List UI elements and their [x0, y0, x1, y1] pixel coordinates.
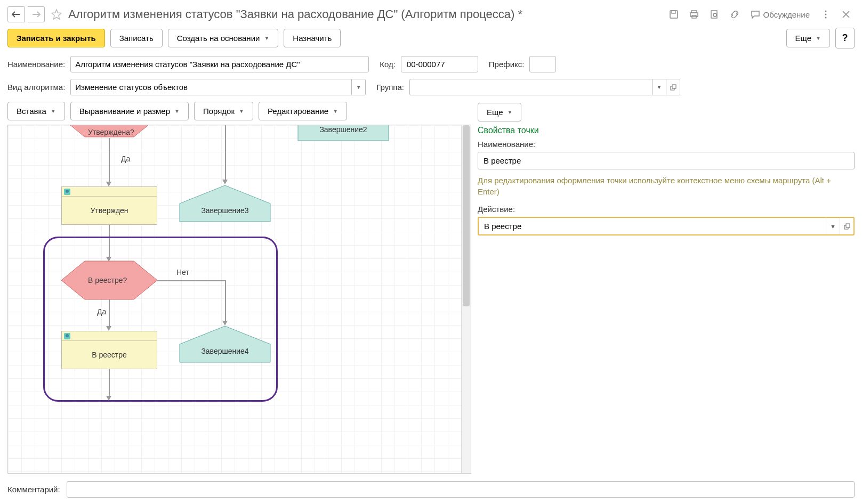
chevron-down-icon: ▼ — [333, 108, 338, 114]
insert-button[interactable]: Вставка▼ — [7, 102, 65, 120]
end3-label: Завершение3 — [179, 206, 271, 215]
more-label: Еще — [795, 34, 812, 43]
end2-label: Завершение2 — [297, 125, 389, 134]
chevron-down-icon: ▼ — [174, 108, 180, 114]
save-file-icon[interactable] — [667, 8, 680, 21]
props-action-input[interactable] — [479, 218, 826, 234]
chevron-down-icon: ▼ — [507, 109, 513, 115]
svg-marker-14 — [180, 185, 270, 222]
svg-rect-11 — [672, 85, 676, 88]
end-node-3[interactable]: Завершение3 — [179, 185, 271, 222]
edit-button[interactable]: Редактирование▼ — [259, 102, 347, 120]
props-hint: Для редактирования оформления точки испо… — [478, 175, 855, 197]
algo-dropdown-button[interactable]: ▼ — [351, 79, 365, 95]
right-more-button[interactable]: Еще▼ — [478, 103, 521, 121]
group-open-button[interactable] — [666, 79, 680, 95]
action-dropdown-button[interactable]: ▼ — [826, 218, 840, 234]
svg-rect-3 — [690, 13, 698, 17]
favorite-icon[interactable] — [50, 8, 63, 21]
link-icon[interactable] — [728, 8, 741, 21]
insert-label: Вставка — [17, 107, 46, 116]
arrow-right-icon — [32, 11, 41, 18]
align-button[interactable]: Выравнивание и размер▼ — [70, 102, 189, 120]
print-icon[interactable] — [688, 8, 700, 21]
user-icon — [64, 189, 70, 195]
props-action-label: Действие: — [478, 205, 855, 214]
nav-forward-button[interactable] — [28, 6, 45, 22]
flow-label-no: Нет — [176, 268, 189, 277]
end4-label: Завершение4 — [179, 347, 271, 355]
name-input[interactable] — [70, 56, 369, 72]
algo-select[interactable]: ▼ — [70, 79, 366, 95]
close-icon[interactable] — [840, 8, 852, 21]
prefix-label: Префикс: — [489, 60, 525, 69]
save-close-button[interactable]: Записать и закрыть — [7, 29, 105, 47]
create-based-label: Создать на основании — [177, 34, 260, 43]
decision-approved: Утверждена? — [88, 128, 134, 136]
chevron-down-icon: ▼ — [51, 108, 56, 114]
props-name-input[interactable] — [478, 152, 855, 169]
chevron-down-icon: ▼ — [264, 35, 269, 41]
chat-icon — [751, 10, 760, 19]
page-title: Алгоритм изменения статусов "Заявки на р… — [68, 7, 662, 21]
svg-point-6 — [713, 13, 716, 17]
comment-input[interactable] — [67, 481, 855, 498]
discuss-label: Обсуждение — [763, 10, 810, 19]
create-based-button[interactable]: Создать на основании▼ — [168, 29, 279, 47]
more-button[interactable]: Еще▼ — [786, 29, 830, 47]
algo-input[interactable] — [71, 79, 351, 95]
chevron-down-icon: ▼ — [239, 108, 244, 114]
prefix-input[interactable] — [529, 56, 556, 72]
user-icon — [64, 333, 70, 339]
end-node-4[interactable]: Завершение4 — [179, 326, 271, 363]
scrollbar-vertical[interactable] — [461, 125, 471, 473]
end-node-2[interactable]: Завершение2 — [297, 125, 389, 141]
code-label: Код: — [380, 60, 396, 69]
align-label: Выравнивание и размер — [79, 107, 170, 116]
group-dropdown-button[interactable]: ▼ — [652, 79, 666, 95]
props-name-label: Наименование: — [478, 140, 855, 149]
assign-button[interactable]: Назначить — [284, 29, 341, 47]
flow-label-yes2: Да — [97, 307, 106, 316]
decision2-label: В реестре? — [88, 276, 127, 284]
props-action-select[interactable]: ▼ — [478, 217, 855, 235]
task-approved[interactable]: Утвержден — [61, 186, 157, 225]
code-input[interactable] — [401, 56, 478, 72]
action-open-button[interactable] — [840, 218, 853, 234]
comment-label: Комментарий: — [7, 485, 60, 494]
edit-label: Редактирование — [268, 107, 328, 116]
save-button[interactable]: Записать — [110, 29, 163, 47]
svg-rect-0 — [670, 11, 678, 18]
svg-point-8 — [825, 14, 827, 15]
more-icon[interactable] — [819, 8, 832, 21]
discuss-button[interactable]: Обсуждение — [751, 10, 810, 19]
help-button[interactable]: ? — [835, 28, 855, 48]
order-button[interactable]: Порядок▼ — [194, 102, 253, 120]
group-select[interactable]: ▼ — [409, 79, 680, 95]
right-more-label: Еще — [487, 108, 503, 117]
chevron-down-icon: ▼ — [816, 35, 821, 41]
flow-label-yes1: Да — [121, 155, 130, 163]
order-label: Порядок — [203, 107, 235, 116]
svg-point-9 — [825, 17, 827, 19]
svg-point-7 — [825, 11, 827, 12]
diagram-canvas[interactable]: Утверждена? Да Утвержден — [7, 125, 471, 474]
group-input[interactable] — [410, 79, 652, 95]
group-label: Группа: — [376, 83, 404, 92]
arrow-left-icon — [12, 11, 20, 18]
svg-rect-18 — [846, 224, 850, 227]
scroll-thumb[interactable] — [463, 125, 470, 306]
name-label: Наименование: — [7, 60, 65, 69]
nav-back-button[interactable] — [7, 6, 25, 22]
svg-marker-16 — [180, 326, 270, 362]
algo-label: Вид алгоритма: — [7, 83, 65, 92]
preview-icon[interactable] — [708, 8, 721, 21]
task-in-registry[interactable]: В реестре — [61, 331, 157, 369]
props-title: Свойства точки — [478, 126, 855, 135]
